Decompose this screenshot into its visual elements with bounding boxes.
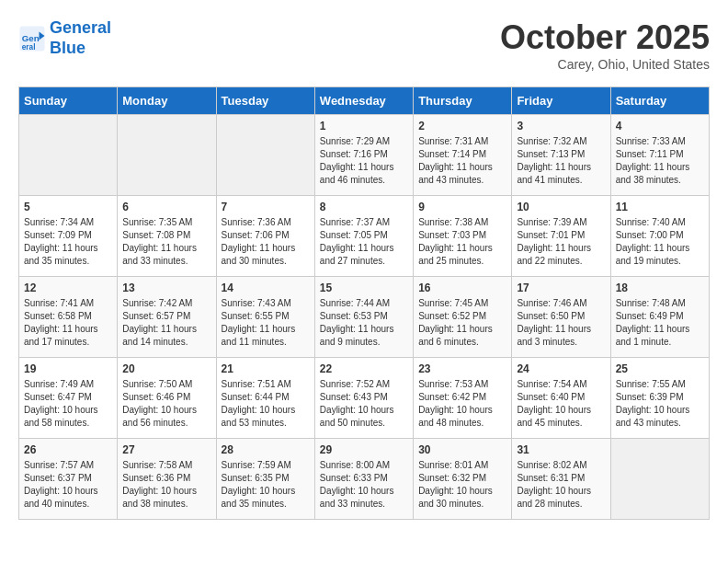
- day-info: Sunrise: 7:44 AM Sunset: 6:53 PM Dayligh…: [320, 297, 408, 349]
- day-info: Sunrise: 7:54 AM Sunset: 6:40 PM Dayligh…: [517, 378, 605, 430]
- header-cell-friday: Friday: [512, 87, 610, 115]
- day-cell: 23Sunrise: 7:53 AM Sunset: 6:42 PM Dayli…: [414, 358, 512, 439]
- day-cell: 15Sunrise: 7:44 AM Sunset: 6:53 PM Dayli…: [314, 277, 413, 358]
- day-number: 30: [418, 443, 506, 456]
- day-info: Sunrise: 7:51 AM Sunset: 6:44 PM Dayligh…: [222, 378, 310, 430]
- day-cell: 4Sunrise: 7:33 AM Sunset: 7:11 PM Daylig…: [610, 115, 709, 196]
- day-info: Sunrise: 7:37 AM Sunset: 7:05 PM Dayligh…: [320, 216, 408, 268]
- logo: Gen eral General Blue: [18, 18, 111, 58]
- day-info: Sunrise: 7:45 AM Sunset: 6:52 PM Dayligh…: [418, 297, 506, 349]
- day-number: 9: [418, 201, 506, 213]
- day-cell: 5Sunrise: 7:34 AM Sunset: 7:09 PM Daylig…: [19, 196, 118, 277]
- day-cell: 17Sunrise: 7:46 AM Sunset: 6:50 PM Dayli…: [512, 277, 610, 358]
- day-info: Sunrise: 7:41 AM Sunset: 6:58 PM Dayligh…: [24, 297, 112, 349]
- day-info: Sunrise: 7:31 AM Sunset: 7:14 PM Dayligh…: [418, 135, 506, 187]
- day-number: 17: [517, 282, 605, 294]
- day-number: 22: [320, 362, 408, 375]
- day-cell: 30Sunrise: 8:01 AM Sunset: 6:32 PM Dayli…: [414, 439, 512, 520]
- day-cell: 19Sunrise: 7:49 AM Sunset: 6:47 PM Dayli…: [19, 358, 118, 439]
- month-title: October 2025: [500, 18, 710, 57]
- day-cell: 25Sunrise: 7:55 AM Sunset: 6:39 PM Dayli…: [610, 358, 709, 439]
- day-cell: 10Sunrise: 7:39 AM Sunset: 7:01 PM Dayli…: [512, 196, 610, 277]
- day-number: 18: [616, 282, 704, 294]
- day-cell: 31Sunrise: 8:02 AM Sunset: 6:31 PM Dayli…: [512, 439, 610, 520]
- day-number: 28: [222, 443, 310, 456]
- day-info: Sunrise: 7:55 AM Sunset: 6:39 PM Dayligh…: [616, 378, 704, 430]
- header-cell-monday: Monday: [118, 87, 216, 115]
- day-info: Sunrise: 7:57 AM Sunset: 6:37 PM Dayligh…: [24, 459, 112, 511]
- calendar-table: SundayMondayTuesdayWednesdayThursdayFrid…: [18, 86, 710, 520]
- week-row-2: 5Sunrise: 7:34 AM Sunset: 7:09 PM Daylig…: [19, 196, 710, 277]
- day-cell: 21Sunrise: 7:51 AM Sunset: 6:44 PM Dayli…: [216, 358, 314, 439]
- day-number: 23: [418, 362, 506, 375]
- day-number: 19: [24, 362, 112, 375]
- day-cell: [216, 115, 314, 196]
- header-cell-saturday: Saturday: [610, 87, 709, 115]
- day-number: 20: [122, 362, 210, 375]
- day-cell: [610, 439, 709, 520]
- day-info: Sunrise: 8:02 AM Sunset: 6:31 PM Dayligh…: [517, 459, 605, 511]
- day-number: 4: [616, 120, 704, 132]
- day-info: Sunrise: 7:53 AM Sunset: 6:42 PM Dayligh…: [418, 378, 506, 430]
- day-cell: 27Sunrise: 7:58 AM Sunset: 6:36 PM Dayli…: [118, 439, 216, 520]
- day-info: Sunrise: 7:38 AM Sunset: 7:03 PM Dayligh…: [418, 216, 506, 268]
- week-row-3: 12Sunrise: 7:41 AM Sunset: 6:58 PM Dayli…: [19, 277, 710, 358]
- header-cell-sunday: Sunday: [19, 87, 118, 115]
- day-cell: 26Sunrise: 7:57 AM Sunset: 6:37 PM Dayli…: [19, 439, 118, 520]
- day-cell: [19, 115, 118, 196]
- day-cell: 1Sunrise: 7:29 AM Sunset: 7:16 PM Daylig…: [314, 115, 413, 196]
- day-info: Sunrise: 7:34 AM Sunset: 7:09 PM Dayligh…: [24, 216, 112, 268]
- logo-line2: Blue: [50, 39, 85, 57]
- day-cell: 8Sunrise: 7:37 AM Sunset: 7:05 PM Daylig…: [314, 196, 413, 277]
- day-cell: 18Sunrise: 7:48 AM Sunset: 6:49 PM Dayli…: [610, 277, 709, 358]
- day-info: Sunrise: 7:33 AM Sunset: 7:11 PM Dayligh…: [616, 135, 704, 187]
- day-info: Sunrise: 7:42 AM Sunset: 6:57 PM Dayligh…: [122, 297, 210, 349]
- day-number: 25: [616, 362, 704, 375]
- header-cell-wednesday: Wednesday: [314, 87, 413, 115]
- day-number: 15: [320, 282, 408, 294]
- svg-text:Gen: Gen: [22, 33, 40, 43]
- day-cell: 22Sunrise: 7:52 AM Sunset: 6:43 PM Dayli…: [314, 358, 413, 439]
- day-info: Sunrise: 7:39 AM Sunset: 7:01 PM Dayligh…: [517, 216, 605, 268]
- day-cell: 13Sunrise: 7:42 AM Sunset: 6:57 PM Dayli…: [118, 277, 216, 358]
- day-info: Sunrise: 7:49 AM Sunset: 6:47 PM Dayligh…: [24, 378, 112, 430]
- day-cell: 6Sunrise: 7:35 AM Sunset: 7:08 PM Daylig…: [118, 196, 216, 277]
- day-info: Sunrise: 7:35 AM Sunset: 7:08 PM Dayligh…: [122, 216, 210, 268]
- day-number: 24: [517, 362, 605, 375]
- day-cell: 3Sunrise: 7:32 AM Sunset: 7:13 PM Daylig…: [512, 115, 610, 196]
- svg-text:eral: eral: [22, 43, 36, 52]
- day-cell: 20Sunrise: 7:50 AM Sunset: 6:46 PM Dayli…: [118, 358, 216, 439]
- day-info: Sunrise: 7:29 AM Sunset: 7:16 PM Dayligh…: [320, 135, 408, 187]
- day-cell: 12Sunrise: 7:41 AM Sunset: 6:58 PM Dayli…: [19, 277, 118, 358]
- day-info: Sunrise: 7:52 AM Sunset: 6:43 PM Dayligh…: [320, 378, 408, 430]
- day-cell: 16Sunrise: 7:45 AM Sunset: 6:52 PM Dayli…: [414, 277, 512, 358]
- day-number: 12: [24, 282, 112, 294]
- day-number: 6: [122, 201, 210, 213]
- day-number: 2: [418, 120, 506, 132]
- logo-icon: Gen eral: [18, 25, 46, 52]
- day-cell: 9Sunrise: 7:38 AM Sunset: 7:03 PM Daylig…: [414, 196, 512, 277]
- day-info: Sunrise: 7:58 AM Sunset: 6:36 PM Dayligh…: [122, 459, 210, 511]
- week-row-1: 1Sunrise: 7:29 AM Sunset: 7:16 PM Daylig…: [19, 115, 710, 196]
- header-row: SundayMondayTuesdayWednesdayThursdayFrid…: [19, 87, 710, 115]
- header-cell-thursday: Thursday: [414, 87, 512, 115]
- day-cell: 28Sunrise: 7:59 AM Sunset: 6:35 PM Dayli…: [216, 439, 314, 520]
- day-cell: 11Sunrise: 7:40 AM Sunset: 7:00 PM Dayli…: [610, 196, 709, 277]
- logo-text: General Blue: [50, 18, 111, 58]
- day-number: 10: [517, 201, 605, 213]
- location: Carey, Ohio, United States: [500, 57, 710, 72]
- day-info: Sunrise: 7:46 AM Sunset: 6:50 PM Dayligh…: [517, 297, 605, 349]
- day-info: Sunrise: 8:00 AM Sunset: 6:33 PM Dayligh…: [320, 459, 408, 511]
- day-cell: 29Sunrise: 8:00 AM Sunset: 6:33 PM Dayli…: [314, 439, 413, 520]
- day-number: 11: [616, 201, 704, 213]
- day-number: 13: [122, 282, 210, 294]
- week-row-4: 19Sunrise: 7:49 AM Sunset: 6:47 PM Dayli…: [19, 358, 710, 439]
- title-block: October 2025 Carey, Ohio, United States: [500, 18, 710, 72]
- page-header: Gen eral General Blue October 2025 Carey…: [18, 18, 710, 72]
- day-number: 21: [222, 362, 310, 375]
- day-info: Sunrise: 7:40 AM Sunset: 7:00 PM Dayligh…: [616, 216, 704, 268]
- day-info: Sunrise: 7:36 AM Sunset: 7:06 PM Dayligh…: [222, 216, 310, 268]
- day-number: 27: [122, 443, 210, 456]
- day-number: 1: [320, 120, 408, 132]
- day-info: Sunrise: 8:01 AM Sunset: 6:32 PM Dayligh…: [418, 459, 506, 511]
